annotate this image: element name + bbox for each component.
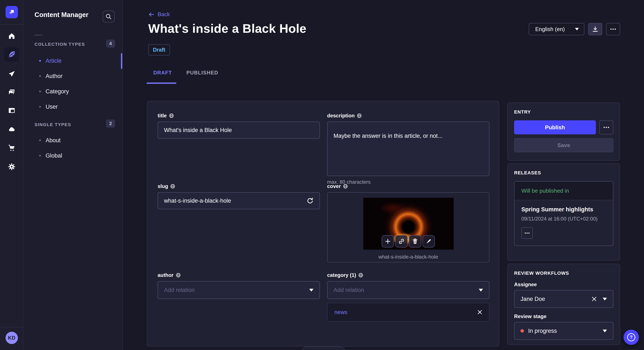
sidebar-item-author[interactable]: Author [39,71,62,81]
header-more-button[interactable] [606,23,620,35]
sidebar-item-article[interactable]: Article [39,56,62,65]
release-name: Spring Summer highlights [521,206,606,213]
field-author-label: author [158,272,320,278]
more-dots-icon [603,127,609,128]
search-icon [106,13,112,20]
caret-down-icon [575,28,579,30]
sidebar-divider [34,35,42,35]
caret-down-icon [309,289,314,292]
page-title: What's inside a Black Hole [148,21,306,35]
more-dots-icon [524,232,530,234]
stage-status-dot [520,329,524,333]
sidebar-item-about[interactable]: About [39,136,61,145]
refresh-icon [307,197,314,204]
nav-content-type-builder[interactable] [0,105,24,116]
publish-button[interactable]: Publish [514,120,596,134]
sidebar-item-global[interactable]: Global [39,151,62,160]
sidebar-scrollbar-thumb[interactable] [121,53,122,69]
field-cover: cover [327,183,490,262]
cloud-icon [8,126,16,133]
review-stage-select[interactable]: In progress [514,322,613,340]
strapi-logo[interactable] [6,6,18,18]
help-button[interactable]: ? [624,330,639,345]
nav-deploy[interactable] [0,68,24,80]
bullet-icon [39,155,41,157]
title-input[interactable]: What's inside a Black Hole [158,122,320,139]
content-type-builder-icon [8,107,16,114]
cover-media-card: what-s-inside-a-black-hole [327,192,490,262]
nav-marketplace[interactable] [0,143,24,154]
field-description: description Maybe the answer is in this … [327,113,490,185]
strapi-logo-icon [8,9,15,15]
nav-content-manager[interactable] [4,47,19,62]
field-slug: slug what-s-inside-a-black-hole [158,183,320,209]
release-status: Will be published in [514,181,613,200]
sidebar-item-category[interactable]: Category [39,87,69,96]
cover-copy-link-button[interactable] [395,235,408,247]
author-relation-select[interactable]: Add relation [158,281,320,299]
nav-media-library[interactable] [0,87,24,98]
close-x-icon [478,310,482,315]
cover-edit-button[interactable] [422,235,435,247]
description-textarea[interactable]: Maybe the answer is in this article, or … [327,122,490,176]
home-icon [8,32,16,40]
nav-cloud[interactable] [0,124,24,135]
more-dots-icon [610,28,616,30]
assignee-select[interactable]: Jane Doe [514,290,613,308]
release-date: 09/11/2024 at 16:00 (UTC+02:00) [521,216,606,222]
globe-i18n-icon [358,273,363,278]
save-button[interactable]: Save [514,138,613,152]
entry-actions: Publish [514,120,613,134]
globe-i18n-icon [343,184,348,189]
cover-add-button[interactable] [382,235,394,247]
sidebar-item-label: Category [46,88,69,95]
section-collection-types: COLLECTION TYPES [34,42,85,47]
sidebar-item-label: Article [46,58,62,64]
author-placeholder: Add relation [164,287,309,293]
back-arrow-icon [148,11,154,18]
back-link[interactable]: Back [148,11,170,18]
clear-assignee-button[interactable] [592,296,597,302]
settings-gear-icon [8,163,16,171]
nav-settings[interactable] [0,161,24,172]
locale-select[interactable]: English (en) [529,23,584,35]
tab-published[interactable]: PUBLISHED [186,70,218,76]
version-tabs: DRAFT PUBLISHED [153,70,218,76]
rail-divider [0,24,23,25]
entry-more-button[interactable] [599,120,613,134]
bullet-icon [39,60,41,62]
trash-icon [412,238,418,245]
category-relation-select[interactable]: Add relation [327,281,490,299]
user-avatar[interactable]: KD [6,332,18,344]
question-glyph: ? [630,335,632,340]
link-icon [398,238,405,245]
relation-link-news[interactable]: news [334,309,478,316]
label-text: cover [327,183,341,189]
releases-heading: RELEASES [514,170,613,176]
slug-input[interactable]: what-s-inside-a-black-hole [158,192,320,209]
bullet-icon [39,75,41,77]
release-body: Spring Summer highlights 09/11/2024 at 1… [514,200,613,246]
field-title: title What's inside a Black Hole [158,113,320,139]
entry-form-card: title What's inside a Black Hole descrip… [147,101,499,347]
bullet-icon [39,91,41,92]
remove-relation-button[interactable] [478,310,482,315]
close-x-icon [592,296,597,302]
nav-home[interactable] [0,31,24,42]
field-description-label: description [327,113,490,119]
download-icon [592,26,598,32]
back-label: Back [158,11,170,18]
tab-draft[interactable]: DRAFT [153,70,172,76]
paper-plane-icon [8,70,16,78]
globe-i18n-icon [176,273,181,278]
cover-delete-button[interactable] [409,235,421,247]
download-button[interactable] [588,23,602,35]
sidebar-item-user[interactable]: User [39,102,58,111]
search-button[interactable] [103,11,114,22]
active-tab-underline [146,82,176,84]
regenerate-slug-button[interactable] [307,197,314,204]
sidebar-item-label: Global [46,153,62,159]
release-more-button[interactable] [521,227,533,239]
collapsed-panel-peek[interactable] [302,347,345,350]
media-library-icon [8,88,16,96]
